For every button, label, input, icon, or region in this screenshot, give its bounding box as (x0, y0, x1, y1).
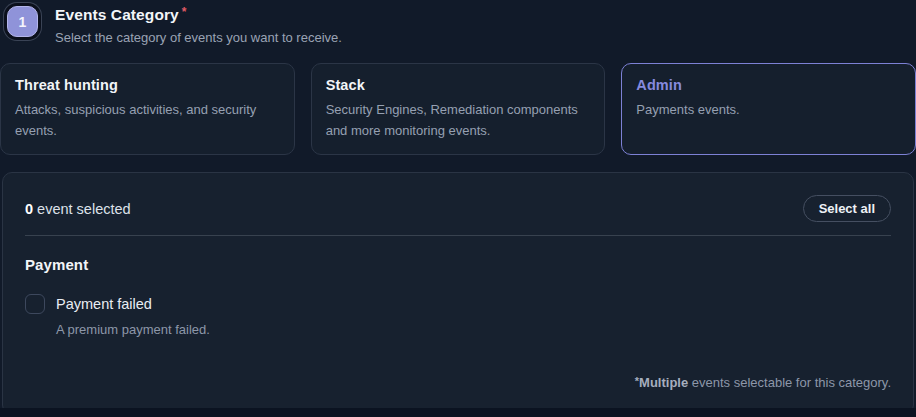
step-number-badge: 1 (7, 6, 38, 37)
category-title: Stack (326, 77, 591, 93)
category-description: Payments events. (636, 99, 901, 120)
category-card-admin[interactable]: Admin Payments events. (621, 63, 916, 155)
panel-header: 0 event selected Select all (25, 195, 891, 222)
page-title: Events Category* (55, 5, 342, 24)
page-subtitle: Select the category of events you want t… (55, 30, 342, 45)
event-row: Payment failed (25, 294, 891, 314)
event-label[interactable]: Payment failed (56, 296, 152, 312)
category-description: Security Engines, Remediation components… (326, 99, 591, 141)
category-title: Admin (636, 77, 901, 93)
footnote-bold: Multiple (639, 375, 688, 390)
category-card-stack[interactable]: Stack Security Engines, Remediation comp… (311, 63, 606, 155)
selected-count-label: event selected (37, 201, 131, 217)
category-description: Attacks, suspicious activities, and secu… (15, 99, 280, 141)
select-all-button[interactable]: Select all (803, 195, 891, 222)
header-texts: Events Category* Select the category of … (55, 4, 342, 45)
category-card-threat-hunting[interactable]: Threat hunting Attacks, suspicious activ… (0, 63, 295, 155)
category-cards: Threat hunting Attacks, suspicious activ… (0, 63, 916, 155)
selected-count-line: 0 event selected (25, 201, 131, 217)
required-asterisk: * (182, 5, 187, 19)
step-number: 1 (19, 14, 27, 30)
selected-count: 0 (25, 201, 33, 217)
section-header: 1 Events Category* Select the category o… (0, 0, 916, 45)
footnote-text: events selectable for this category. (688, 375, 891, 390)
footnote: *Multiple events selectable for this cat… (635, 375, 891, 390)
divider (25, 235, 891, 236)
event-description: A premium payment failed. (56, 322, 891, 337)
event-checkbox[interactable] (25, 294, 45, 314)
category-title: Threat hunting (15, 77, 280, 93)
page-bottom-strip (0, 408, 916, 417)
events-panel: 0 event selected Select all Payment Paym… (2, 172, 914, 415)
event-group-title: Payment (25, 256, 891, 273)
